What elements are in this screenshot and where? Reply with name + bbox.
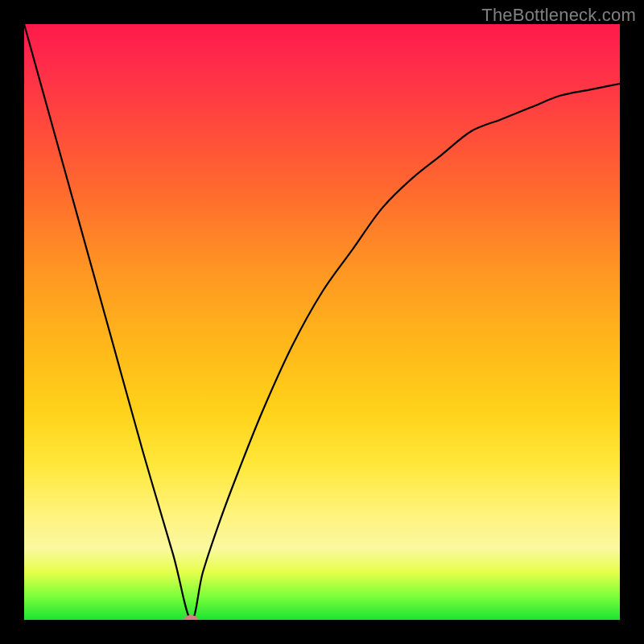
optimal-point-marker xyxy=(184,615,198,620)
chart-frame: TheBottleneck.com xyxy=(0,0,644,644)
watermark: TheBottleneck.com xyxy=(481,5,636,26)
bottleneck-curve xyxy=(24,24,620,620)
plot-area xyxy=(24,24,620,620)
